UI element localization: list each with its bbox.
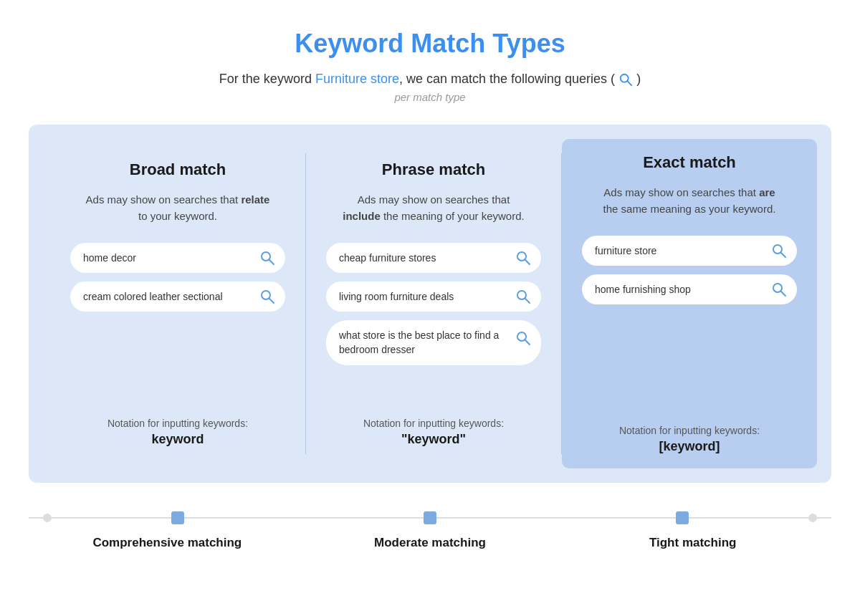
phrase-match-desc: Ads may show on searches that include th… <box>340 192 527 224</box>
svg-line-1 <box>628 82 631 85</box>
exact-notation: Notation for inputting keywords: [keywor… <box>619 425 760 454</box>
timeline-section: Comprehensive matching Moderate matching… <box>29 511 831 550</box>
svg-point-6 <box>517 252 526 261</box>
exact-search-2-text: home furnishing shop <box>595 284 765 295</box>
svg-line-3 <box>269 260 274 264</box>
exact-search-1: furniture store <box>582 236 797 266</box>
exact-match-title: Exact match <box>643 153 736 172</box>
phrase-match-title: Phrase match <box>382 160 485 179</box>
timeline-label-tight: Tight matching <box>561 536 824 550</box>
subtitle-suffix2: ) <box>636 72 641 86</box>
phrase-search-1-text: cheap furniture stores <box>339 252 510 264</box>
svg-point-12 <box>773 245 782 254</box>
broad-search-2-text: cream colored leather sectional <box>83 291 254 302</box>
search-icon-exact-2 <box>771 281 787 297</box>
phrase-search-2-text: living room furniture deals <box>339 291 510 302</box>
phrase-search-3: what store is the best place to find a b… <box>326 320 541 365</box>
timeline-square-middle <box>424 511 436 524</box>
phrase-search-3-text: what store is the best place to find a b… <box>339 329 510 357</box>
broad-search-boxes: home decor cream colored leather section… <box>67 243 288 400</box>
timeline-square-left <box>171 511 184 524</box>
broad-notation: Notation for inputting keywords: keyword <box>108 418 248 447</box>
subtitle-keyword: Furniture store <box>315 72 399 86</box>
main-container: Broad match Ads may show on searches tha… <box>29 125 831 483</box>
search-icon-phrase-2 <box>515 289 531 304</box>
phrase-search-boxes: cheap furniture stores living room furni… <box>323 243 544 400</box>
svg-point-2 <box>262 252 270 261</box>
broad-match-column: Broad match Ads may show on searches tha… <box>50 146 305 461</box>
svg-point-8 <box>517 291 526 299</box>
exact-match-desc: Ads may show on searches that are the sa… <box>596 185 783 217</box>
phrase-search-2: living room furniture deals <box>326 281 541 312</box>
search-icon-broad-2 <box>259 289 275 304</box>
timeline-label-comprehensive: Comprehensive matching <box>36 536 299 550</box>
exact-search-1-text: furniture store <box>595 245 765 256</box>
search-icon-exact-1 <box>771 243 787 259</box>
search-icon <box>618 72 633 87</box>
phrase-search-1: cheap furniture stores <box>326 243 541 273</box>
search-icon-phrase-1 <box>515 250 531 266</box>
svg-point-14 <box>773 284 782 292</box>
per-match-label: per match type <box>394 91 465 103</box>
broad-match-title: Broad match <box>130 160 226 179</box>
phrase-notation-label: Notation for inputting keywords: <box>363 418 504 429</box>
svg-line-9 <box>525 299 530 303</box>
broad-search-2: cream colored leather sectional <box>70 281 285 312</box>
search-icon-broad-1 <box>259 250 275 266</box>
broad-search-1-text: home decor <box>83 252 254 264</box>
broad-match-desc: Ads may show on searches that relate to … <box>85 192 271 224</box>
exact-search-2: home furnishing shop <box>582 274 797 304</box>
broad-search-1: home decor <box>70 243 285 273</box>
phrase-notation: Notation for inputting keywords: "keywor… <box>363 418 504 447</box>
svg-point-0 <box>621 74 629 82</box>
timeline-labels: Comprehensive matching Moderate matching… <box>29 536 831 550</box>
exact-notation-value: [keyword] <box>619 439 760 454</box>
timeline-dot-right <box>808 514 817 522</box>
timeline-square-right <box>676 511 689 524</box>
timeline-dot-left <box>43 514 52 522</box>
svg-line-15 <box>781 292 785 296</box>
phrase-notation-value: "keyword" <box>363 432 504 447</box>
svg-line-13 <box>781 253 785 257</box>
search-icon-phrase-3 <box>515 330 531 346</box>
exact-search-boxes: furniture store home furnishing shop <box>579 236 800 408</box>
subtitle-prefix: For the keyword <box>219 72 315 86</box>
timeline-bar <box>29 511 831 524</box>
svg-line-5 <box>269 299 274 303</box>
svg-line-11 <box>525 340 530 345</box>
timeline-label-moderate: Moderate matching <box>299 536 562 550</box>
phrase-match-column: Phrase match Ads may show on searches th… <box>306 146 561 461</box>
subtitle-suffix: , we can match the following queries ( <box>399 72 615 86</box>
svg-point-10 <box>517 332 526 341</box>
svg-point-4 <box>262 291 270 299</box>
subtitle: For the keyword Furniture store, we can … <box>219 72 641 87</box>
page-title: Keyword Match Types <box>295 29 565 59</box>
broad-notation-value: keyword <box>108 432 248 447</box>
exact-match-column: Exact match Ads may show on searches tha… <box>562 139 817 468</box>
broad-notation-label: Notation for inputting keywords: <box>108 418 248 429</box>
timeline-markers <box>29 511 831 524</box>
svg-line-7 <box>525 260 530 264</box>
exact-notation-label: Notation for inputting keywords: <box>619 425 760 436</box>
